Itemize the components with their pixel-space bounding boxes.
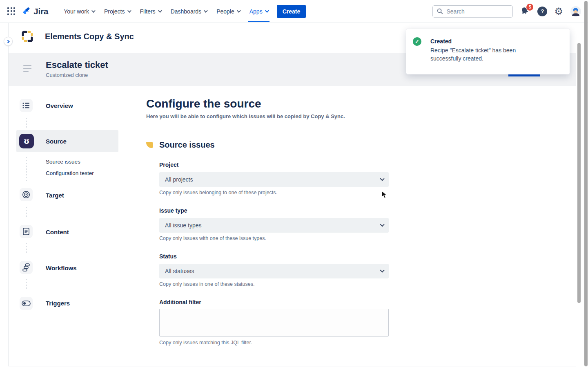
chevron-down-icon [158,9,162,13]
issue-type-select[interactable]: All issue types [159,218,389,233]
sidebar-subitem-configuration-tester[interactable]: Configuration tester [46,170,94,176]
nav-projects-label: Projects [104,8,125,15]
section-title: Source issues [159,140,215,150]
content-scrollbar-thumb[interactable] [577,43,581,303]
drag-handle-icon[interactable] [23,65,32,74]
chevron-down-icon [380,222,384,227]
chevron-down-icon [380,176,384,181]
help-button[interactable]: ? [537,7,547,16]
settings-gear-icon[interactable]: ⚙ [554,7,563,16]
app-switcher-icon[interactable] [7,7,16,16]
sidebar-expand-button[interactable] [4,37,13,46]
additional-filter-help-text: Copy only issues matching this JQL filte… [159,340,252,346]
app-title: Elements Copy & Sync [45,32,134,41]
source-hook-icon: ʊ [19,134,34,148]
jira-logo-icon [21,7,31,16]
nav-projects[interactable]: Projects [104,0,130,23]
additional-filter-field-label: Additional filter [159,299,201,305]
connector-dotted-line [26,207,27,218]
issue-type-field-label: Issue type [159,207,187,214]
success-toast: ✓ Created Recipe "Escalate ticket" has b… [406,29,570,74]
sidebar-item-triggers[interactable]: Triggers [46,300,70,307]
workflow-icon [20,261,33,274]
project-help-text: Copy only issues belonging to one of the… [159,190,277,195]
nav-dashboards[interactable]: Dashboards [171,0,207,23]
project-select[interactable]: All projects [159,172,389,187]
sidebar-subitem-source-issues[interactable]: Source issues [46,159,80,165]
overview-list-icon [20,99,33,112]
connector-dotted-line [26,279,27,290]
triggers-toggle-icon [20,297,33,310]
toast-message: Recipe "Escalate ticket" has been succes… [430,46,525,63]
nav-right-group: 5 ? ⚙ [432,5,581,18]
section-yellow-marker-icon [146,142,153,148]
page-scrollbar-thumb[interactable] [584,1,588,366]
top-navigation-bar: Jira Your work Projects Filters Dashboar… [0,0,588,23]
project-select-value: All projects [165,176,193,183]
chevron-down-icon [380,268,384,272]
status-select-value: All statuses [165,268,194,274]
success-check-icon: ✓ [413,37,421,46]
panel-bottom-border [8,366,576,366]
project-field-label: Project [159,162,178,168]
recipe-subtitle: Customized clone [46,72,88,78]
status-field-label: Status [159,253,177,260]
connector-dotted-line [26,118,27,129]
chevron-down-icon [91,9,96,13]
sidebar-item-content[interactable]: Content [46,229,69,236]
connector-dotted-line [26,243,27,254]
sidebar-item-workflows[interactable]: Workflows [46,265,77,272]
jira-logo[interactable]: Jira [21,7,48,16]
search-box[interactable] [432,5,513,18]
nav-your-work-label: Your work [64,8,89,15]
status-help-text: Copy only issues in one of these statuse… [159,281,254,287]
notifications-button[interactable]: 5 [520,6,530,17]
nav-people-label: People [216,8,234,15]
jql-filter-textarea[interactable] [159,309,389,337]
status-select[interactable]: All statuses [159,264,389,278]
jira-logo-text: Jira [33,7,48,16]
page-title: Configure the source [146,97,261,110]
sidebar-item-overview[interactable]: Overview [46,102,73,109]
content-document-icon [20,225,33,238]
recipe-title: Escalate ticket [46,60,108,70]
connector-dotted-line [26,157,27,182]
chevron-down-icon [237,9,241,13]
nav-filters-label: Filters [140,8,156,15]
create-button[interactable]: Create [277,5,306,18]
chevron-down-icon [265,9,269,13]
page-subtitle: Here you will be able to configure which… [146,113,345,119]
nav-apps-label: Apps [249,8,263,15]
mouse-cursor [381,191,388,199]
nav-your-work[interactable]: Your work [64,0,94,23]
search-icon [437,8,443,14]
notification-count-badge: 5 [526,4,533,11]
target-bullseye-icon [20,188,33,201]
elements-copy-sync-logo [21,30,33,43]
chevron-right-icon [6,40,9,43]
nav-filters[interactable]: Filters [140,0,161,23]
nav-dashboards-label: Dashboards [171,8,202,15]
issue-type-help-text: Copy only issues with one of these issue… [159,236,266,241]
nav-apps[interactable]: Apps [249,0,268,23]
chevron-down-icon [127,9,131,13]
search-input[interactable] [446,8,503,15]
user-avatar[interactable] [570,6,581,17]
issue-type-select-value: All issue types [165,222,201,229]
toast-title: Created [430,38,452,45]
chevron-down-icon [204,9,208,13]
sidebar-item-target[interactable]: Target [46,192,64,199]
nav-people[interactable]: People [216,0,240,23]
sidebar-item-source[interactable]: Source [46,138,67,145]
